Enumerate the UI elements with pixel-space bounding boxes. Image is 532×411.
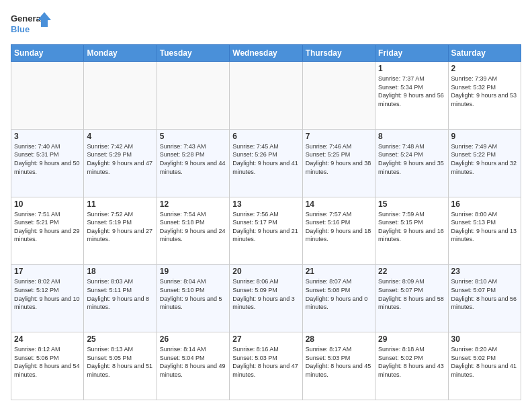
calendar-week-1: 1Sunrise: 7:37 AM Sunset: 5:34 PM Daylig… xyxy=(11,62,521,130)
calendar-cell: 3Sunrise: 7:40 AM Sunset: 5:31 PM Daylig… xyxy=(11,129,84,197)
calendar-cell: 17Sunrise: 8:02 AM Sunset: 5:12 PM Dayli… xyxy=(11,265,84,332)
day-info: Sunrise: 8:04 AM Sunset: 5:10 PM Dayligh… xyxy=(160,277,226,311)
day-info: Sunrise: 7:39 AM Sunset: 5:32 PM Dayligh… xyxy=(451,75,518,108)
day-number: 13 xyxy=(232,199,299,209)
calendar-cell: 20Sunrise: 8:06 AM Sunset: 5:09 PM Dayli… xyxy=(230,265,302,332)
day-info: Sunrise: 8:10 AM Sunset: 5:07 PM Dayligh… xyxy=(451,277,518,311)
day-number: 22 xyxy=(378,267,445,276)
day-info: Sunrise: 8:18 AM Sunset: 5:02 PM Dayligh… xyxy=(378,345,445,379)
day-number: 24 xyxy=(14,334,81,344)
day-info: Sunrise: 7:43 AM Sunset: 5:28 PM Dayligh… xyxy=(160,142,226,176)
logo-svg: General Blue xyxy=(11,11,51,39)
weekday-header-friday: Friday xyxy=(375,45,448,62)
weekday-header-thursday: Thursday xyxy=(302,45,375,62)
calendar-cell xyxy=(157,62,229,130)
calendar-cell: 19Sunrise: 8:04 AM Sunset: 5:10 PM Dayli… xyxy=(157,265,229,332)
calendar-cell: 16Sunrise: 8:00 AM Sunset: 5:13 PM Dayli… xyxy=(448,197,521,265)
day-info: Sunrise: 8:16 AM Sunset: 5:03 PM Dayligh… xyxy=(232,345,299,379)
calendar-cell: 15Sunrise: 7:59 AM Sunset: 5:15 PM Dayli… xyxy=(375,197,448,265)
calendar-cell: 27Sunrise: 8:16 AM Sunset: 5:03 PM Dayli… xyxy=(230,332,302,400)
calendar-cell: 24Sunrise: 8:12 AM Sunset: 5:06 PM Dayli… xyxy=(11,332,84,400)
calendar-cell xyxy=(302,62,375,130)
day-number: 21 xyxy=(306,267,372,276)
day-number: 4 xyxy=(87,132,153,141)
day-number: 17 xyxy=(14,267,81,276)
day-info: Sunrise: 7:37 AM Sunset: 5:34 PM Dayligh… xyxy=(378,75,445,108)
day-number: 3 xyxy=(14,132,81,141)
day-info: Sunrise: 8:13 AM Sunset: 5:05 PM Dayligh… xyxy=(87,345,153,379)
day-info: Sunrise: 7:57 AM Sunset: 5:16 PM Dayligh… xyxy=(306,210,372,244)
day-number: 14 xyxy=(306,199,372,209)
calendar-cell xyxy=(11,62,84,130)
day-info: Sunrise: 8:07 AM Sunset: 5:08 PM Dayligh… xyxy=(306,277,372,311)
day-number: 19 xyxy=(160,267,226,276)
calendar-cell: 23Sunrise: 8:10 AM Sunset: 5:07 PM Dayli… xyxy=(448,265,521,332)
logo: General Blue xyxy=(11,11,51,39)
weekday-header-sunday: Sunday xyxy=(11,45,84,62)
calendar-cell: 2Sunrise: 7:39 AM Sunset: 5:32 PM Daylig… xyxy=(448,62,521,130)
day-number: 20 xyxy=(232,267,299,276)
day-info: Sunrise: 7:48 AM Sunset: 5:24 PM Dayligh… xyxy=(378,142,445,176)
calendar-cell: 28Sunrise: 8:17 AM Sunset: 5:03 PM Dayli… xyxy=(302,332,375,400)
calendar-week-2: 3Sunrise: 7:40 AM Sunset: 5:31 PM Daylig… xyxy=(11,129,521,197)
day-info: Sunrise: 7:42 AM Sunset: 5:29 PM Dayligh… xyxy=(87,142,153,176)
weekday-header-monday: Monday xyxy=(84,45,157,62)
calendar-cell: 9Sunrise: 7:49 AM Sunset: 5:22 PM Daylig… xyxy=(448,129,521,197)
day-number: 10 xyxy=(14,199,81,209)
day-number: 1 xyxy=(378,64,445,73)
weekday-header-saturday: Saturday xyxy=(448,45,521,62)
calendar-cell: 12Sunrise: 7:54 AM Sunset: 5:18 PM Dayli… xyxy=(157,197,229,265)
calendar-cell xyxy=(84,62,157,130)
day-info: Sunrise: 8:20 AM Sunset: 5:02 PM Dayligh… xyxy=(451,345,518,379)
day-number: 26 xyxy=(160,334,226,344)
calendar-cell: 21Sunrise: 8:07 AM Sunset: 5:08 PM Dayli… xyxy=(302,265,375,332)
day-info: Sunrise: 8:14 AM Sunset: 5:04 PM Dayligh… xyxy=(160,345,226,379)
day-number: 12 xyxy=(160,199,226,209)
calendar-cell: 25Sunrise: 8:13 AM Sunset: 5:05 PM Dayli… xyxy=(84,332,157,400)
calendar-cell: 30Sunrise: 8:20 AM Sunset: 5:02 PM Dayli… xyxy=(448,332,521,400)
day-number: 28 xyxy=(306,334,372,344)
weekday-header-tuesday: Tuesday xyxy=(157,45,229,62)
calendar-cell: 29Sunrise: 8:18 AM Sunset: 5:02 PM Dayli… xyxy=(375,332,448,400)
calendar-week-4: 17Sunrise: 8:02 AM Sunset: 5:12 PM Dayli… xyxy=(11,265,521,332)
calendar-cell: 14Sunrise: 7:57 AM Sunset: 5:16 PM Dayli… xyxy=(302,197,375,265)
calendar-cell: 5Sunrise: 7:43 AM Sunset: 5:28 PM Daylig… xyxy=(157,129,229,197)
calendar-header-row: SundayMondayTuesdayWednesdayThursdayFrid… xyxy=(11,45,521,62)
day-number: 5 xyxy=(160,132,226,141)
calendar-cell: 26Sunrise: 8:14 AM Sunset: 5:04 PM Dayli… xyxy=(157,332,229,400)
day-info: Sunrise: 8:00 AM Sunset: 5:13 PM Dayligh… xyxy=(451,210,518,244)
calendar-cell: 10Sunrise: 7:51 AM Sunset: 5:21 PM Dayli… xyxy=(11,197,84,265)
calendar-cell: 6Sunrise: 7:45 AM Sunset: 5:26 PM Daylig… xyxy=(230,129,302,197)
day-number: 15 xyxy=(378,199,445,209)
day-info: Sunrise: 7:45 AM Sunset: 5:26 PM Dayligh… xyxy=(232,142,299,176)
day-number: 6 xyxy=(232,132,299,141)
day-number: 27 xyxy=(232,334,299,344)
calendar-week-5: 24Sunrise: 8:12 AM Sunset: 5:06 PM Dayli… xyxy=(11,332,521,400)
day-info: Sunrise: 7:52 AM Sunset: 5:19 PM Dayligh… xyxy=(87,210,153,244)
day-info: Sunrise: 7:40 AM Sunset: 5:31 PM Dayligh… xyxy=(14,142,81,176)
day-number: 16 xyxy=(451,199,518,209)
day-info: Sunrise: 7:59 AM Sunset: 5:15 PM Dayligh… xyxy=(378,210,445,244)
day-info: Sunrise: 8:09 AM Sunset: 5:07 PM Dayligh… xyxy=(378,277,445,311)
weekday-header-wednesday: Wednesday xyxy=(230,45,302,62)
day-info: Sunrise: 7:49 AM Sunset: 5:22 PM Dayligh… xyxy=(451,142,518,176)
calendar-cell: 22Sunrise: 8:09 AM Sunset: 5:07 PM Dayli… xyxy=(375,265,448,332)
day-number: 2 xyxy=(451,64,518,73)
day-info: Sunrise: 8:03 AM Sunset: 5:11 PM Dayligh… xyxy=(87,277,153,311)
page: General Blue SundayMondayTuesdayWednesda… xyxy=(0,0,532,411)
day-info: Sunrise: 7:46 AM Sunset: 5:25 PM Dayligh… xyxy=(306,142,372,176)
day-info: Sunrise: 8:06 AM Sunset: 5:09 PM Dayligh… xyxy=(232,277,299,311)
day-number: 9 xyxy=(451,132,518,141)
day-number: 18 xyxy=(87,267,153,276)
day-info: Sunrise: 8:17 AM Sunset: 5:03 PM Dayligh… xyxy=(306,345,372,379)
day-info: Sunrise: 8:12 AM Sunset: 5:06 PM Dayligh… xyxy=(14,345,81,379)
day-number: 7 xyxy=(306,132,372,141)
day-info: Sunrise: 7:51 AM Sunset: 5:21 PM Dayligh… xyxy=(14,210,81,244)
day-number: 25 xyxy=(87,334,153,344)
calendar-cell: 11Sunrise: 7:52 AM Sunset: 5:19 PM Dayli… xyxy=(84,197,157,265)
day-info: Sunrise: 7:56 AM Sunset: 5:17 PM Dayligh… xyxy=(232,210,299,244)
calendar-cell: 1Sunrise: 7:37 AM Sunset: 5:34 PM Daylig… xyxy=(375,62,448,130)
day-number: 29 xyxy=(378,334,445,344)
calendar-cell: 4Sunrise: 7:42 AM Sunset: 5:29 PM Daylig… xyxy=(84,129,157,197)
calendar-cell: 13Sunrise: 7:56 AM Sunset: 5:17 PM Dayli… xyxy=(230,197,302,265)
